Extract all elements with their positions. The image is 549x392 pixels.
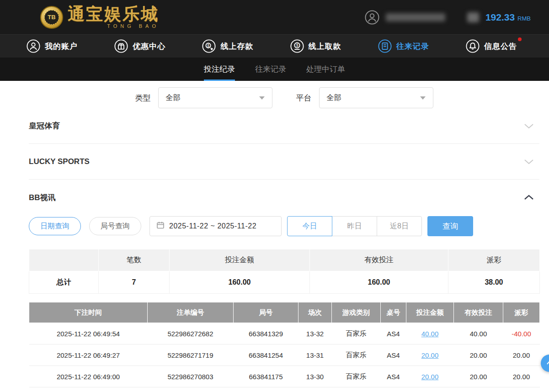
cell-round: 663841329 [234, 323, 298, 344]
chevron-down-icon [524, 159, 534, 165]
type-select-value: 全部 [166, 93, 181, 103]
top-header: TB 通宝娱乐城 TONG BAO 192.33 RMB [0, 0, 549, 34]
deposit-icon: $ [202, 39, 216, 53]
chevron-up-icon [524, 194, 534, 201]
platform-filter-label: 平台 [296, 93, 312, 103]
cell-valid-bet: 20.00 [454, 366, 503, 387]
cell-bet-time: 2025-11-22 06:49:00 [29, 366, 148, 387]
nav-item-announcements[interactable]: 信息公告 [466, 39, 517, 53]
chevron-down-icon [420, 96, 426, 100]
nav-label: 优惠中心 [133, 41, 165, 52]
main-content: 类型 全部 平台 全部 皇冠体育 LUCKY SPORTS [0, 87, 549, 387]
section-title: LUCKY SPORTS [29, 157, 90, 166]
bell-icon [466, 39, 480, 53]
wallet-icon [467, 12, 479, 22]
tab-transaction-records[interactable]: 往来记录 [255, 58, 286, 81]
summary-header-row: 笔数 投注金额 有效投注 派彩 [29, 249, 540, 271]
search-button[interactable]: 查询 [427, 216, 473, 236]
svg-text:$: $ [296, 43, 298, 48]
username-redacted [386, 13, 445, 21]
gift-icon [114, 39, 128, 53]
col-header: 游戏类别 [332, 302, 381, 323]
cell-session: 13-30 [298, 366, 332, 387]
logo-title: 通宝娱乐城 [68, 5, 159, 22]
nav-label: 线上取款 [309, 41, 341, 52]
tab-processing-orders[interactable]: 处理中订单 [306, 58, 345, 81]
nav-item-transaction-records[interactable]: 往来记录 [378, 39, 429, 53]
coin-logo-text: TB [44, 10, 59, 25]
main-nav: 我的账户 优惠中心 $ 线上存款 [0, 34, 549, 58]
detail-table: 下注时间 注单编号 局号 场次 游戏类别 桌号 投注金额 有效投注 派彩 202… [29, 302, 540, 387]
tab-betting-records[interactable]: 投注纪录 [204, 58, 235, 81]
section-crown-sports[interactable]: 皇冠体育 [29, 108, 539, 144]
round-query-button[interactable]: 局号查询 [89, 217, 141, 235]
section-lucky-sports[interactable]: LUCKY SPORTS [29, 144, 539, 180]
query-bar: 日期查询 局号查询 2025-11-22 ~ 2025-11-22 今日 昨日 … [29, 216, 539, 236]
table-row: 2025-11-22 06:49:27 522986271719 6638412… [29, 344, 540, 366]
avatar-icon [365, 10, 379, 25]
col-header: 局号 [234, 302, 298, 323]
date-range-value: 2025-11-22 ~ 2025-11-22 [169, 222, 256, 230]
logo-subtitle: TONG BAO [68, 23, 159, 29]
col-header: 场次 [298, 302, 332, 323]
cell-round: 663841175 [234, 366, 298, 387]
nav-label: 信息公告 [484, 41, 517, 52]
coin-logo-icon: TB [40, 6, 63, 29]
nav-item-promotions[interactable]: 优惠中心 [114, 39, 165, 53]
cell-valid-bet: 20.00 [454, 344, 503, 366]
cell-bet-id: 522986270803 [148, 366, 234, 387]
col-header: 投注金额 [170, 249, 310, 271]
nav-item-withdraw[interactable]: $ 线上取款 [290, 39, 341, 53]
record-tabs: 投注纪录 往来记录 处理中订单 [0, 58, 549, 81]
cell-round: 663841254 [234, 344, 298, 366]
table-row: 2025-11-22 06:49:00 522986270803 6638411… [29, 366, 540, 387]
col-header: 派彩 [503, 302, 540, 323]
cell-payout: -40.00 [503, 323, 540, 344]
detail-header-row: 下注时间 注单编号 局号 场次 游戏类别 桌号 投注金额 有效投注 派彩 [29, 302, 540, 323]
page: TB 通宝娱乐城 TONG BAO 192.33 RMB [0, 0, 549, 392]
cell-game-type: 百家乐 [332, 366, 381, 387]
balance-amount: 192.33 [485, 12, 515, 23]
balance[interactable]: 192.33 RMB [485, 12, 531, 23]
section-bb-live[interactable]: BB视讯 [29, 180, 539, 215]
col-header: 有效投注 [454, 302, 503, 323]
col-header [29, 249, 99, 271]
quick-yesterday-button[interactable]: 昨日 [332, 216, 377, 236]
total-bet-amount: 160.00 [170, 271, 310, 294]
col-header: 投注金额 [406, 302, 454, 323]
col-header: 笔数 [99, 249, 170, 271]
nav-label: 我的账户 [45, 41, 78, 52]
date-query-button[interactable]: 日期查询 [29, 217, 81, 235]
section-title: BB视讯 [29, 192, 56, 203]
cell-table-no: AS4 [381, 366, 406, 387]
cell-table-no: AS4 [381, 344, 406, 366]
bet-amount-link[interactable]: 40.00 [421, 330, 439, 338]
site-logo[interactable]: TB 通宝娱乐城 TONG BAO [40, 5, 159, 29]
type-filter-label: 类型 [135, 93, 151, 103]
col-header: 注单编号 [148, 302, 234, 323]
cell-session: 13-32 [298, 323, 332, 344]
platform-select[interactable]: 全部 [319, 87, 433, 108]
chevron-down-icon [524, 123, 534, 129]
quick-today-button[interactable]: 今日 [287, 216, 332, 236]
nav-item-my-account[interactable]: 我的账户 [27, 39, 78, 53]
table-row: 2025-11-22 06:49:54 522986272682 6638413… [29, 323, 540, 344]
cell-bet-id: 522986271719 [148, 344, 234, 366]
total-count: 7 [99, 271, 170, 294]
cell-game-type: 百家乐 [332, 323, 381, 344]
section-title: 皇冠体育 [29, 121, 60, 131]
notification-badge [518, 37, 522, 41]
nav-item-deposit[interactable]: $ 线上存款 [202, 39, 253, 53]
total-valid-bet: 160.00 [310, 271, 448, 294]
bet-amount-link[interactable]: 20.00 [421, 373, 439, 381]
filter-bar: 类型 全部 平台 全部 [29, 87, 539, 108]
summary-total-row: 总计 7 160.00 160.00 38.00 [29, 271, 540, 294]
cell-payout: 20.00 [503, 344, 540, 366]
bet-amount-link[interactable]: 20.00 [421, 351, 439, 359]
quick-last8days-button[interactable]: 近8日 [377, 216, 422, 236]
total-label: 总计 [29, 271, 99, 294]
quick-date-group: 今日 昨日 近8日 [287, 216, 422, 236]
cell-bet-time: 2025-11-22 06:49:27 [29, 344, 148, 366]
date-range-picker[interactable]: 2025-11-22 ~ 2025-11-22 [149, 216, 282, 236]
type-select[interactable]: 全部 [158, 87, 272, 108]
